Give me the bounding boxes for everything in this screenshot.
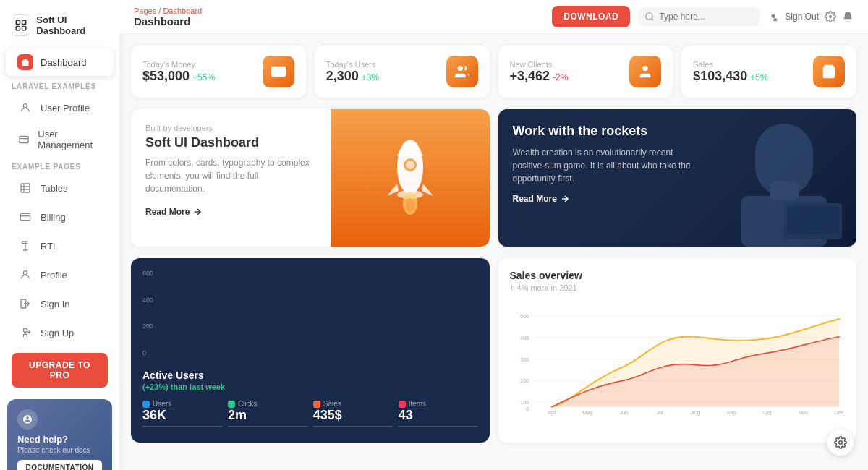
search-icon	[644, 12, 655, 22]
stat-label: Today's Money	[142, 60, 215, 69]
sidebar-item-user-profile[interactable]: User Profile	[6, 94, 114, 121]
arrow-right-icon	[560, 194, 570, 204]
stat-value: 2,300	[326, 69, 359, 84]
sidebar-section-examples: EXAMPLE PAGES	[0, 157, 119, 174]
sales-title: Sales overview	[510, 270, 846, 281]
help-subtitle: Please check our docs	[17, 446, 102, 454]
metric-label: Users	[142, 400, 222, 408]
breadcrumb: Pages / Dashboard	[134, 7, 202, 15]
documentation-button[interactable]: DOCUMENTATION	[17, 460, 102, 470]
sidebar-item-sign-up[interactable]: Sign Up	[6, 319, 114, 346]
dark-card-content: Work with the rockets Wealth creation is…	[513, 124, 843, 204]
stat-value: $53,000	[142, 69, 190, 84]
sidebar-item-dashboard[interactable]: Dashboard	[6, 48, 114, 76]
clients-icon	[637, 64, 653, 80]
settings-icon[interactable]	[825, 11, 836, 22]
sidebar-section-laravel: LARAVEL EXAMPLES	[0, 77, 119, 93]
sidebar-item-tables[interactable]: Tables	[6, 174, 114, 202]
stat-card-sales: Sales $103,430 +5%	[681, 46, 856, 98]
svg-point-62	[839, 441, 843, 445]
help-icon	[17, 409, 38, 430]
bar-chart-inner: 600 400 200 0	[142, 270, 478, 362]
active-users-percent: (+23%)	[142, 383, 169, 391]
sidebar-item-profile[interactable]: Profile	[6, 261, 114, 289]
sidebar-item-label: Profile	[41, 270, 67, 281]
arrow-right-icon	[192, 207, 203, 217]
svg-text:Jun: Jun	[619, 409, 628, 416]
svg-point-35	[406, 198, 414, 213]
svg-point-26	[457, 66, 462, 71]
sales-card: Sales overview ↑ 4% more in 2021 500 400…	[498, 258, 857, 443]
bar-chart-card: 600 400 200 0 Active Users (+23%) than l…	[131, 258, 490, 443]
rocket-card: Built by developers Soft UI Dashboard Fr…	[131, 109, 490, 247]
brand-title: Soft UI Dashboard	[36, 14, 108, 36]
rtl-icon	[17, 238, 33, 254]
sales-sub-text: 4% more in 2021	[517, 283, 577, 292]
stat-value: $103,430	[693, 69, 747, 84]
stat-info-money: Today's Money $53,000 +55%	[142, 60, 215, 84]
svg-text:Oct: Oct	[763, 409, 773, 416]
metric-label: Items	[399, 400, 478, 408]
header: Pages / Dashboard Dashboard DOWNLOAD Sig…	[119, 0, 868, 34]
svg-text:Dec: Dec	[834, 409, 844, 416]
svg-text:Nov: Nov	[798, 409, 808, 416]
header-left: Pages / Dashboard Dashboard	[134, 7, 202, 27]
metric-dot	[228, 401, 235, 408]
bell-icon[interactable]	[842, 11, 854, 22]
search-box	[637, 7, 760, 26]
metric-value: 435$	[313, 408, 393, 423]
y-label-400: 400	[142, 296, 153, 304]
svg-point-23	[829, 15, 832, 18]
settings-fab[interactable]	[827, 430, 854, 456]
svg-text:200: 200	[520, 377, 529, 384]
upgrade-button[interactable]: UPGRADE TO PRO	[12, 353, 108, 388]
search-input[interactable]	[659, 12, 753, 22]
header-actions: Sign Out	[767, 11, 854, 22]
stat-card-money: Today's Money $53,000 +55%	[131, 46, 306, 98]
rocket-illustration	[374, 127, 446, 228]
sidebar-item-label: Sign In	[41, 299, 69, 309]
dark-card: Work with the rockets Wealth creation is…	[498, 109, 857, 247]
bottom-row: 600 400 200 0 Active Users (+23%) than l…	[131, 258, 856, 443]
profile-icon	[17, 267, 33, 283]
sidebar-item-label: Tables	[41, 183, 68, 194]
rocket-card-desc: From colors, cards, typography to comple…	[145, 156, 316, 195]
sign-out-label[interactable]: Sign Out	[785, 12, 819, 22]
metric-dot	[142, 401, 150, 408]
metric-value: 2m	[228, 408, 307, 423]
middle-row: Built by developers Soft UI Dashboard Fr…	[131, 109, 856, 247]
svg-point-27	[643, 66, 648, 71]
active-users-info: Active Users (+23%) than last week Users…	[142, 369, 478, 427]
sales-line-chart: 500 400 300 200 100 0 Apr May Jun Jul Au…	[510, 299, 846, 429]
active-users-title: Active Users	[142, 369, 478, 381]
svg-point-15	[23, 271, 27, 275]
svg-point-18	[23, 328, 27, 332]
help-title: Need help?	[17, 434, 102, 445]
rocket-read-more[interactable]: Read More	[145, 207, 316, 217]
sidebar-item-billing[interactable]: Billing	[6, 203, 114, 231]
money-icon	[271, 64, 286, 80]
svg-text:300: 300	[520, 356, 529, 363]
user-management-icon	[17, 132, 30, 148]
download-button[interactable]: DOWNLOAD	[552, 6, 630, 27]
dark-card-desc: Wealth creation is an evolutionarily rec…	[513, 146, 694, 185]
header-right: DOWNLOAD Sign Out	[552, 6, 854, 27]
svg-rect-11	[20, 213, 30, 220]
sidebar-item-user-management[interactable]: User Management	[6, 123, 114, 156]
sidebar-item-rtl[interactable]: RTL	[6, 232, 114, 260]
money-icon-container	[263, 56, 294, 87]
metric-label: Clicks	[228, 400, 307, 408]
stat-info-sales: Sales $103,430 +5%	[693, 60, 767, 84]
svg-text:400: 400	[520, 335, 529, 341]
sidebar-item-sign-in[interactable]: Sign In	[6, 290, 114, 317]
svg-rect-24	[271, 67, 286, 77]
stat-info-clients: New Clients +3,462 -2%	[510, 60, 569, 84]
sales-icon-container	[813, 56, 845, 87]
dark-read-more[interactable]: Read More	[513, 185, 843, 204]
metrics-row: Users 36K Clicks 2m Sales 435$ Items 43	[142, 400, 478, 427]
y-label-600: 600	[142, 270, 153, 277]
y-axis: 600 400 200 0	[142, 270, 153, 356]
sidebar-item-label: Billing	[41, 212, 66, 223]
brand-icon	[12, 14, 30, 36]
users-icon-container	[446, 56, 478, 87]
